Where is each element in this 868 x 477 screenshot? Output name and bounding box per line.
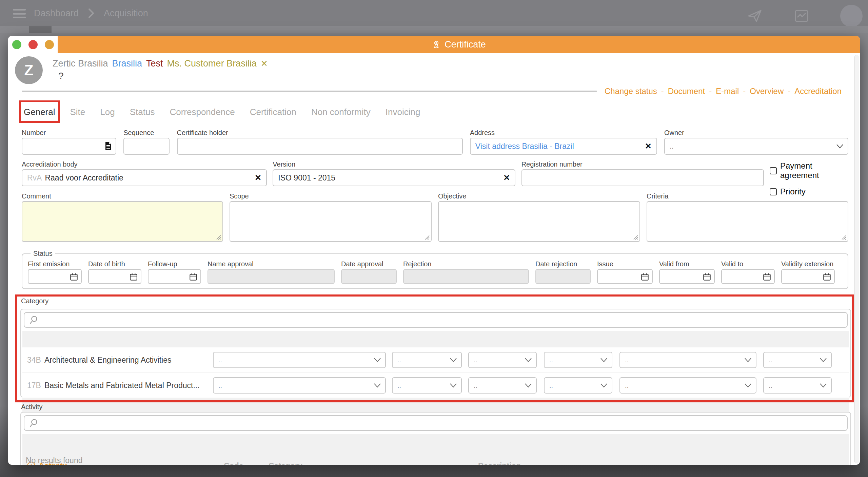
payment-agreement-label: Payment agreement [780, 161, 848, 180]
link-change-status[interactable]: Change status [605, 87, 657, 96]
tab-general[interactable]: General [24, 107, 55, 117]
accreditation-body-value: Raad voor Accreditatie [45, 173, 123, 183]
version-clear-icon[interactable]: ✕ [503, 173, 510, 183]
remove-contact-icon[interactable]: ✕ [261, 59, 268, 69]
tab-status[interactable]: Status [130, 107, 155, 117]
link-email[interactable]: E-mail [716, 87, 739, 96]
activity-search-input[interactable] [24, 415, 848, 431]
link-separator: - [788, 87, 790, 96]
category-code: 17B [27, 381, 41, 390]
residu-monitor-select[interactable]: .. [392, 377, 462, 394]
tab-correspondence[interactable]: Correspondence [170, 107, 235, 117]
objective-textarea[interactable] [438, 201, 640, 242]
category-section-label: Category [21, 297, 48, 305]
chevron-down-icon [820, 383, 827, 388]
country-select[interactable]: .. [619, 352, 756, 368]
address-input[interactable]: Visit address Brasilia - Brazil ✕ [470, 138, 657, 155]
window-close-button[interactable] [28, 40, 38, 49]
tab-site[interactable]: Site [70, 107, 85, 117]
calendar-icon[interactable] [70, 272, 78, 281]
entity-site-link[interactable]: Brasilia [112, 58, 142, 69]
description-column-header[interactable]: Description [478, 461, 844, 465]
rash-residue-select[interactable]: .. [544, 377, 612, 394]
issue-date-input[interactable] [597, 269, 653, 284]
link-overview[interactable]: Overview [750, 87, 784, 96]
number-input[interactable] [22, 138, 116, 155]
valid-from-date-input[interactable] [659, 269, 715, 284]
no-results-text: No results found [26, 456, 82, 465]
menu-icon [13, 9, 26, 18]
entity-contact-link[interactable]: Ms. Customer Brasilia [167, 58, 257, 69]
comment-textarea[interactable] [22, 201, 223, 242]
category-column-header[interactable]: Category [269, 461, 478, 465]
owner-value: .. [670, 142, 674, 150]
category-row-34b: 34BArchitectural & Engineering Activitie… [22, 347, 849, 373]
category-search-input[interactable] [24, 312, 848, 328]
registration-number-input[interactable] [521, 169, 764, 186]
result-select[interactable]: .. [763, 377, 832, 394]
calendar-icon[interactable] [129, 272, 138, 281]
window-green-button[interactable] [12, 40, 21, 49]
country-select[interactable]: .. [619, 377, 756, 394]
link-accreditation[interactable]: Accreditation [794, 87, 842, 96]
date-approval-disabled-input [341, 269, 397, 284]
address-clear-icon[interactable]: ✕ [645, 141, 652, 151]
third-party-select[interactable]: .. [213, 377, 386, 394]
accreditation-body-prefix: RvA [27, 173, 42, 183]
background-topbar: Dashboard Acquisition [0, 0, 868, 26]
certificate-holder-input[interactable] [177, 138, 463, 155]
criteria-textarea[interactable] [647, 201, 848, 242]
residue-sample-select[interactable]: .. [468, 352, 537, 368]
chevron-down-icon [744, 383, 752, 388]
search-icon [28, 418, 39, 428]
tab-invoicing[interactable]: Invoicing [386, 107, 420, 117]
window-minimize-button[interactable] [45, 40, 54, 49]
first-emission-date-input[interactable] [28, 269, 82, 284]
resize-handle-icon[interactable] [841, 234, 846, 240]
chevron-down-icon [600, 383, 608, 388]
tab-non-conformity[interactable]: Non conformity [311, 107, 371, 117]
entity-avatar: Z [15, 56, 43, 84]
dialog-scrollbar[interactable] [854, 55, 859, 463]
address-value[interactable]: Visit address Brasilia - Brazil [475, 142, 574, 151]
comment-label: Comment [22, 192, 223, 201]
status-fieldset: Status First emission Date of birth Foll… [22, 250, 848, 289]
window-controls [8, 36, 58, 53]
resize-handle-icon[interactable] [424, 234, 430, 240]
code-column-header[interactable]: Code [224, 461, 269, 465]
accreditation-body-input[interactable]: RvA Raad voor Accreditatie ✕ [22, 169, 267, 186]
validity-extension-date-input[interactable] [781, 269, 835, 284]
breadcrumb: Dashboard Acquisition [34, 7, 148, 19]
tab-log[interactable]: Log [100, 107, 115, 117]
calendar-icon[interactable] [763, 272, 771, 281]
calendar-icon[interactable] [703, 272, 711, 281]
owner-select[interactable]: .. [664, 138, 848, 155]
link-document[interactable]: Document [668, 87, 705, 96]
result-select[interactable]: .. [763, 352, 832, 368]
calendar-icon[interactable] [823, 272, 831, 281]
accreditation-body-clear-icon[interactable]: ✕ [255, 173, 261, 183]
rash-residue-select[interactable]: .. [544, 352, 612, 368]
dialog-titlebar: Certificate [8, 36, 860, 53]
valid-to-label: Valid to [721, 260, 775, 269]
version-input[interactable]: ISO 9001 - 2015 ✕ [273, 169, 515, 186]
resize-handle-icon[interactable] [216, 234, 221, 240]
calendar-icon[interactable] [189, 272, 198, 281]
document-icon[interactable] [105, 142, 112, 151]
scope-textarea[interactable] [230, 201, 432, 242]
valid-to-date-input[interactable] [721, 269, 775, 284]
date-of-birth-date-input[interactable] [88, 269, 141, 284]
sequence-input[interactable] [123, 138, 170, 155]
residue-sample-select[interactable]: .. [468, 377, 537, 394]
objective-label: Objective [438, 192, 640, 201]
tab-certification[interactable]: Certification [250, 107, 296, 117]
resize-handle-icon[interactable] [633, 234, 638, 240]
follow-up-date-input[interactable] [148, 269, 201, 284]
breadcrumb-dashboard: Dashboard [34, 8, 79, 19]
category-row-17b: 17BBasic Metals and Fabricated Metal Pro… [22, 373, 849, 398]
calendar-icon[interactable] [640, 272, 649, 281]
help-link[interactable]: ? [58, 71, 64, 81]
payment-agreement-checkbox[interactable] [770, 167, 777, 174]
residu-monitor-select[interactable]: .. [392, 352, 462, 368]
third-party-select[interactable]: .. [213, 352, 386, 368]
